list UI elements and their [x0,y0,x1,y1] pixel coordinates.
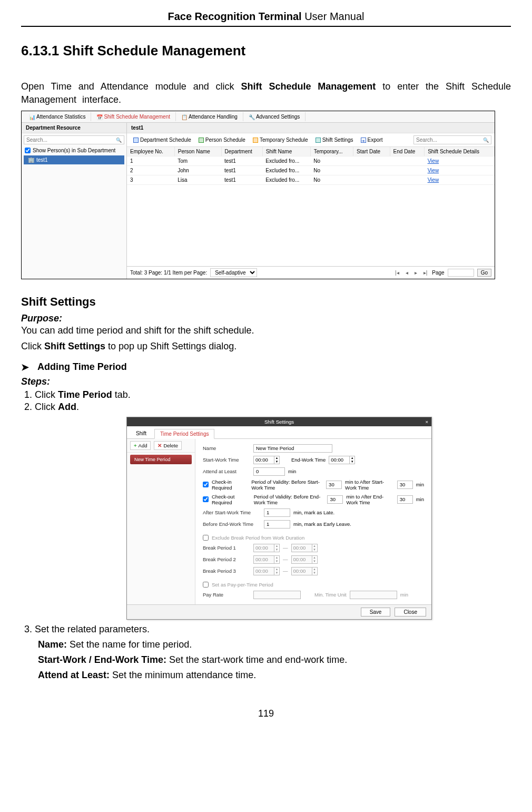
break2-end[interactable] [292,556,312,563]
pager: Total: 3 Page: 1/1 Item per Page: Self-a… [127,266,495,279]
tab-advanced-settings[interactable]: 🔧 Advanced Settings [243,112,306,121]
tree-item-test1[interactable]: 🏢 test1 [24,155,124,164]
tab-shift[interactable]: Shift [130,428,152,438]
exclude-break-checkbox[interactable] [203,535,209,541]
start-work-spinner[interactable]: ▲▼ [253,456,280,464]
main-title: test1 [127,123,495,133]
steps-list-cont: Set the related parameters. [35,624,511,635]
go-button[interactable]: Go [477,269,491,277]
temp-icon [253,138,258,143]
view-link[interactable]: View [428,177,439,183]
search-icon[interactable] [116,137,122,143]
name-label: Name [203,445,250,451]
period-list-item[interactable]: New Time Period [130,455,192,464]
save-button[interactable]: Save [361,608,391,617]
tab-attendance-statistics[interactable]: 📊 Attendance Statistics [24,112,91,121]
show-sub-checkbox[interactable] [25,148,31,153]
pager-last[interactable]: ▸| [422,270,429,276]
show-sub-label: Show Person(s) in Sub Department [33,148,115,153]
before-start-input[interactable] [326,481,342,489]
view-link[interactable]: View [428,168,439,173]
plus-icon: + [134,443,137,448]
x-icon: ✕ [157,443,162,448]
chevron-down-icon[interactable]: ▼ [350,460,354,464]
col-shift-name[interactable]: Shift Name [262,147,310,156]
end-work-spinner[interactable]: ▲▼ [329,456,355,464]
product-name: Face Recognition Terminal [168,11,301,22]
chevron-up-icon[interactable]: ▲ [274,456,279,460]
after-start-late-label: After Start-Work Time [203,510,261,515]
close-button[interactable]: Close [395,608,426,617]
table-row[interactable]: 2 John test1 Excluded fro... No View [127,166,495,175]
chevron-down-icon[interactable]: ▼ [274,460,279,464]
purpose-text: You can add time period and shift for th… [21,324,511,337]
pay-rate-input[interactable] [253,591,301,599]
export-button[interactable]: Export [358,136,386,144]
pager-first[interactable]: |◂ [393,270,401,276]
tab-time-period-settings[interactable]: Time Period Settings [154,429,214,439]
break2-start[interactable] [254,556,274,563]
param-name: Name: Set the name for time period. [38,638,511,651]
col-person-name[interactable]: Person Name [174,147,221,156]
main-search-input[interactable] [416,137,483,143]
pager-next[interactable]: ▸ [413,270,419,276]
col-start-date[interactable]: Start Date [353,147,390,156]
checkout-required-checkbox[interactable] [203,496,209,502]
checkin-required-checkbox[interactable] [203,482,209,487]
sidebar-search[interactable] [24,135,124,144]
break3-label: Break Period 3 [203,568,250,574]
dialog-title: Shift Settings [264,419,294,425]
col-end-date[interactable]: End Date [390,147,425,156]
col-empno[interactable]: Employee No. [127,147,174,156]
calendar-icon: 📅 [96,114,102,120]
page-input[interactable] [448,269,474,277]
shift-icon [316,138,321,143]
col-details[interactable]: Shift Schedule Details [425,147,495,156]
pay-per-time-checkbox[interactable] [203,582,209,588]
pay-per-time-label: Set as Pay-per-Time Period [212,582,273,588]
early-threshold-input[interactable] [264,520,290,529]
doc-type: User Manual [302,11,364,22]
adding-time-period-heading: Adding Time Period [21,361,511,373]
page-header: Face Recognition Terminal User Manual [21,11,511,27]
close-icon[interactable]: × [425,419,428,425]
search-icon[interactable] [483,137,489,143]
col-department[interactable]: Department [221,147,262,156]
sidebar-search-input[interactable] [26,137,116,143]
min-time-unit-input[interactable] [350,591,397,599]
main-search[interactable] [413,135,491,144]
before-end-input[interactable] [327,495,343,504]
items-per-page-select[interactable]: Self-adaptive [210,268,257,277]
name-input[interactable] [253,444,332,453]
checkin-label: Check-in Required [212,479,244,491]
shift-settings-button[interactable]: Shift Settings [312,136,357,144]
temporary-schedule-button[interactable]: Temporary Schedule [250,136,311,144]
break1-start[interactable] [254,544,274,552]
steps-label: Steps: [21,376,511,387]
add-button[interactable]: +Add [130,441,151,450]
view-link[interactable]: View [428,158,439,164]
department-schedule-button[interactable]: Department Schedule [130,136,194,144]
person-schedule-button[interactable]: Person Schedule [195,136,249,144]
click-shift-settings: Click Shift Settings to pop up Shift Set… [21,340,511,353]
break3-end[interactable] [292,568,312,575]
pager-prev[interactable]: ◂ [404,270,410,276]
steps-list: Click Time Period tab. Click Add. [35,389,511,413]
after-end-input[interactable] [397,495,413,504]
break3-start[interactable] [254,568,274,575]
tab-shift-schedule-management[interactable]: 📅 Shift Schedule Management [91,112,176,121]
attend-input[interactable] [253,467,285,476]
pay-rate-label: Pay Rate [203,592,250,598]
tab-attendance-handling[interactable]: 📋 Attendance Handling [176,112,243,121]
mark-early: min, mark as Early Leave. [293,521,351,527]
table-row[interactable]: 1 Tom test1 Excluded fro... No View [127,156,495,166]
after-start-input[interactable] [397,481,413,489]
min-time-unit-label: Min. Time Unit [314,592,347,598]
late-threshold-input[interactable] [264,508,290,517]
chevron-up-icon[interactable]: ▲ [350,456,354,460]
pov-before-start: Period of Validity: Before Start-Work Ti… [251,479,323,491]
break1-end[interactable] [292,544,312,552]
table-row[interactable]: 3 Lisa test1 Excluded fro... No View [127,175,495,185]
delete-button[interactable]: ✕Delete [154,441,181,450]
col-temporary[interactable]: Temporary... [310,147,353,156]
